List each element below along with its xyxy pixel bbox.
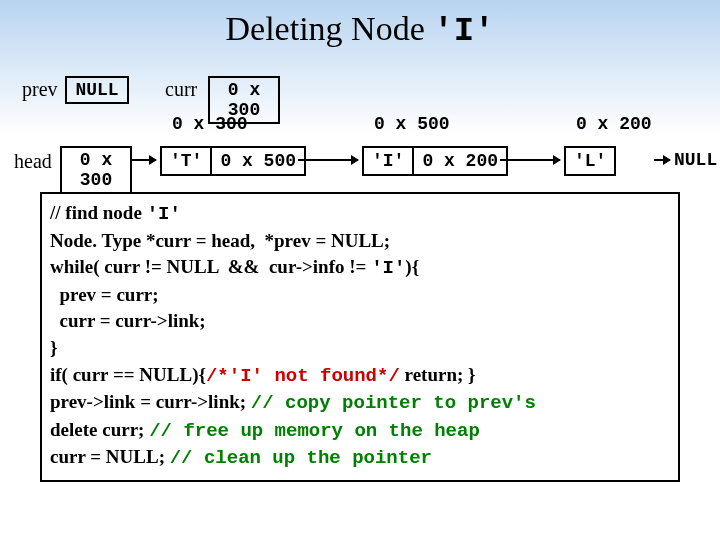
arrow-i-to-l: [500, 159, 560, 161]
code-line-9: delete curr; // free up memory on the he…: [50, 417, 670, 445]
addr-300: 0 x 300: [172, 114, 248, 134]
node-i-link: 0 x 200: [414, 148, 506, 174]
code-line-1: // find node 'I': [50, 200, 670, 228]
node-t-info: 'T': [162, 148, 212, 174]
title-mono: 'I': [433, 12, 494, 50]
code-line-6: }: [50, 335, 670, 362]
arrow-l-to-null: [654, 159, 670, 161]
code-line-3: while( curr != NULL && cur->info != 'I')…: [50, 254, 670, 282]
null-tail: NULL: [674, 150, 717, 170]
code-line-4: prev = curr;: [50, 282, 670, 309]
title-prefix: Deleting Node: [226, 10, 434, 47]
prev-box: NULL: [65, 76, 129, 104]
head-box: 0 x 300: [60, 146, 132, 194]
code-line-10: curr = NULL; // clean up the pointer: [50, 444, 670, 472]
page-title: Deleting Node 'I': [0, 0, 720, 50]
arrow-t-to-i: [298, 159, 358, 161]
node-i: 'I' 0 x 200: [362, 146, 508, 176]
arrow-head-to-t: [132, 159, 156, 161]
code-box: // find node 'I' Node. Type *curr = head…: [40, 192, 680, 482]
code-line-2: Node. Type *curr = head, *prev = NULL;: [50, 228, 670, 255]
curr-label: curr: [165, 78, 197, 101]
addr-500: 0 x 500: [374, 114, 450, 134]
node-l: 'L': [564, 146, 616, 176]
code-line-5: curr = curr->link;: [50, 308, 670, 335]
code-line-7: if( curr == NULL){/*'I' not found*/ retu…: [50, 362, 670, 390]
node-t-link: 0 x 500: [212, 148, 304, 174]
addr-200: 0 x 200: [576, 114, 652, 134]
prev-label: prev: [22, 78, 58, 101]
head-label: head: [14, 150, 52, 173]
code-line-8: prev->link = curr->link; // copy pointer…: [50, 389, 670, 417]
node-t: 'T' 0 x 500: [160, 146, 306, 176]
node-l-info: 'L': [566, 148, 614, 174]
node-i-info: 'I': [364, 148, 414, 174]
